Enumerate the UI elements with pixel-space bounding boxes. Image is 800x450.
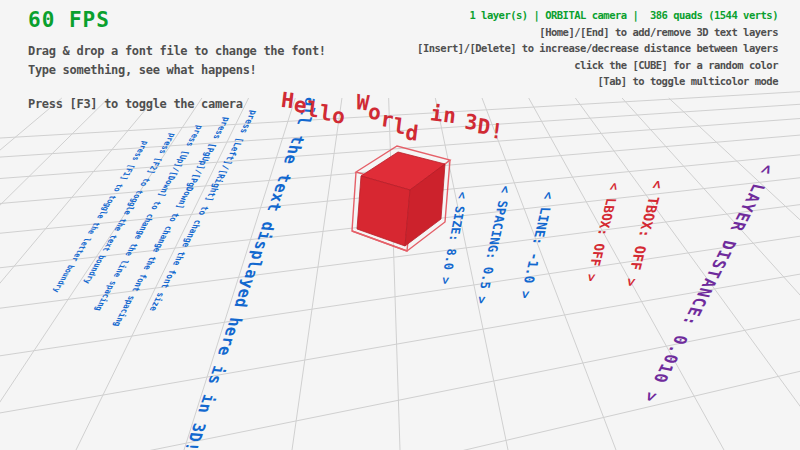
hint-drag-drop: Drag & drop a font file to change the fo… — [28, 44, 326, 58]
hint-camera-toggle: Press [F3] to toggle the camera — [28, 97, 243, 111]
3d-viewport[interactable]: press [F1] to toggle the letter boundry … — [0, 0, 800, 450]
help-multicolor: [Tab] to toggle multicolor mode — [417, 75, 778, 87]
status-line: 1 layer(s) | ORBITAL camera | 386 quads … — [417, 9, 778, 21]
hud-right-block: 1 layer(s) | ORBITAL camera | 386 quads … — [417, 9, 778, 87]
help-layers: [Home]/[End] to add/remove 3D text layer… — [417, 26, 778, 38]
fps-counter: 60 FPS — [28, 8, 110, 32]
hint-type: Type something, see what happens! — [28, 63, 257, 77]
help-layer-distance: [Insert]/[Delete] to increase/decrease d… — [417, 42, 778, 54]
help-cube-color: click the [CUBE] for a random color — [417, 59, 778, 71]
